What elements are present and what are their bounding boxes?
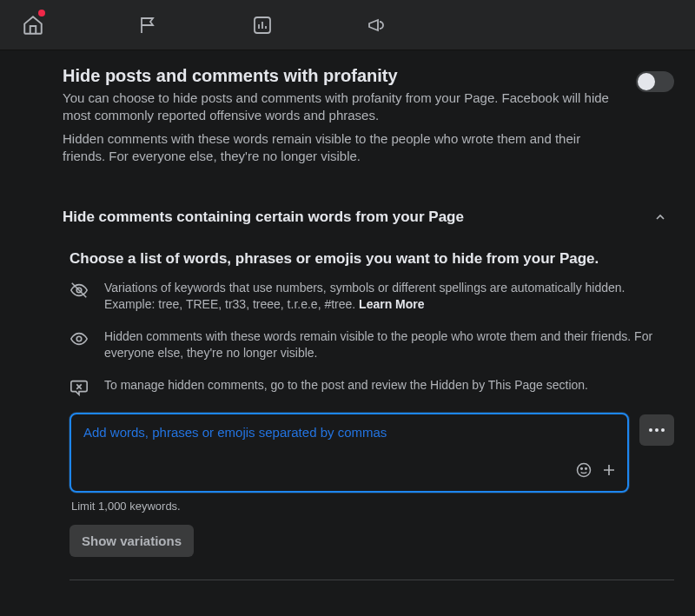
comment-x-icon xyxy=(70,378,89,397)
svg-point-5 xyxy=(586,467,587,469)
profanity-desc: You can choose to hide posts and comment… xyxy=(63,89,622,125)
info-row-variations: Variations of keywords that use numbers,… xyxy=(70,280,674,313)
eye-off-icon xyxy=(70,281,89,300)
hide-words-header[interactable]: Hide comments containing certain words f… xyxy=(63,209,674,226)
keywords-limit-text: Limit 1,000 keywords. xyxy=(70,500,674,513)
profanity-toggle[interactable] xyxy=(636,71,674,92)
info-manage-text: To manage hidden comments, go to the pos… xyxy=(104,377,588,394)
svg-point-2 xyxy=(76,336,82,341)
nav-flag[interactable] xyxy=(134,11,162,39)
hide-words-title: Hide comments containing certain words f… xyxy=(63,209,464,226)
plus-icon[interactable] xyxy=(601,462,617,481)
info-row-manage: To manage hidden comments, go to the pos… xyxy=(70,377,674,397)
keywords-placeholder: Add words, phrases or emojis separated b… xyxy=(83,425,615,440)
more-options-button[interactable] xyxy=(639,414,674,446)
choose-words-subtitle: Choose a list of words, phrases or emoji… xyxy=(70,250,674,268)
chevron-up-icon xyxy=(652,209,669,226)
profanity-desc-2: Hidden comments with these words remain … xyxy=(63,130,622,166)
keywords-input[interactable]: Add words, phrases or emojis separated b… xyxy=(70,413,629,493)
toggle-knob xyxy=(638,73,655,90)
nav-megaphone[interactable] xyxy=(363,11,391,39)
learn-more-link[interactable]: Learn More xyxy=(359,297,424,311)
profanity-title: Hide posts and comments with profanity xyxy=(63,66,622,86)
emoji-icon[interactable] xyxy=(575,461,592,482)
notification-dot xyxy=(38,10,45,17)
nav-insights[interactable] xyxy=(248,11,276,39)
nav-home[interactable] xyxy=(19,11,47,39)
info-visibility-text: Hidden comments with these words remain … xyxy=(104,328,674,361)
ellipsis-icon xyxy=(649,428,665,432)
info-row-visibility: Hidden comments with these words remain … xyxy=(70,328,674,361)
show-variations-button[interactable]: Show variations xyxy=(70,525,194,557)
eye-icon xyxy=(70,329,89,348)
top-navbar xyxy=(0,0,695,50)
svg-point-3 xyxy=(578,463,591,476)
section-divider xyxy=(70,580,674,580)
svg-point-4 xyxy=(581,467,583,469)
